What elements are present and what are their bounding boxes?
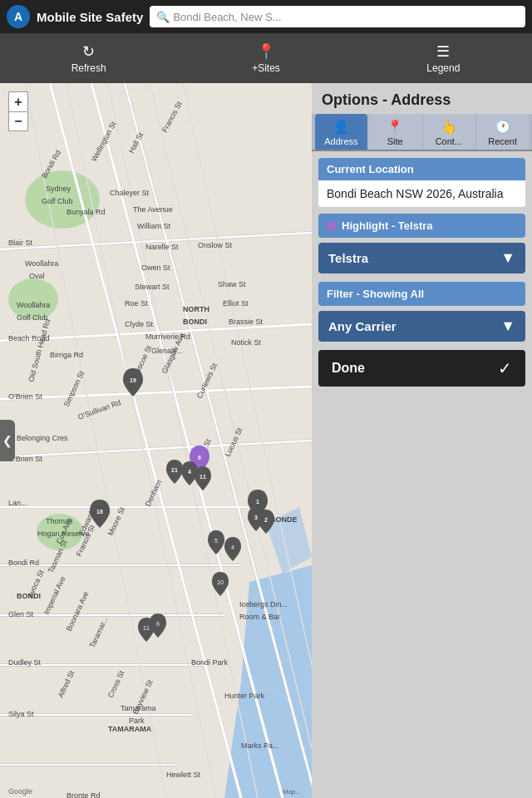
tab-recent[interactable]: 🕐 Recent [476, 114, 529, 150]
panel-title: Options - Address [312, 83, 532, 114]
site-tab-icon: 📍 [387, 119, 403, 135]
sites-icon: 📍 [257, 42, 275, 61]
current-location-value: Bondi Beach NSW 2026, Australia [318, 180, 525, 207]
sites-button[interactable]: 📍 +Sites [177, 33, 354, 83]
contact-tab-icon: 👆 [441, 119, 457, 135]
svg-text:Murriverie Rd: Murriverie Rd [145, 332, 190, 341]
svg-text:Bunyala Rd: Bunyala Rd [66, 208, 106, 216]
svg-text:Bronte Rd: Bronte Rd [66, 791, 101, 798]
svg-text:Woollahra: Woollahra [25, 259, 58, 268]
carrier-dropdown-arrow-icon: ▼ [500, 318, 515, 335]
map-area[interactable]: Bondi Rd Wellington St Hall St Francis S… [0, 83, 312, 798]
toolbar: ↻ Refresh 📍 +Sites ☰ Legend [0, 33, 532, 83]
svg-text:Narelle St: Narelle St [145, 243, 179, 251]
svg-text:Woollahra: Woollahra [17, 301, 50, 309]
search-icon: 🔍 [156, 11, 170, 23]
svg-text:2: 2 [264, 517, 268, 523]
tab-contact-label: Cont... [436, 136, 462, 146]
address-tab-icon: 👤 [332, 119, 349, 135]
svg-text:Bondi Park: Bondi Park [191, 658, 229, 667]
zoom-in-button[interactable]: + [8, 91, 28, 111]
svg-text:11: 11 [143, 625, 150, 631]
svg-text:BONDI: BONDI [183, 318, 207, 326]
svg-text:Silya St: Silya St [8, 710, 34, 718]
svg-text:11: 11 [200, 474, 206, 480]
svg-text:Glen St: Glen St [8, 610, 34, 618]
legend-label: Legend [426, 62, 460, 74]
svg-text:Golf Club: Golf Club [42, 197, 73, 205]
current-location-label: Current Location [318, 158, 525, 180]
svg-text:Bondi Rd: Bondi Rd [8, 559, 39, 567]
telstra-dropdown-arrow-icon: ▼ [500, 249, 515, 267]
telstra-dropdown[interactable]: Telstra ▼ [318, 243, 525, 273]
svg-text:19: 19 [130, 377, 136, 383]
done-button[interactable]: Done ✓ [318, 350, 525, 387]
svg-text:Lan...: Lan... [8, 499, 27, 507]
svg-text:4: 4 [231, 544, 234, 550]
svg-text:Stewart St: Stewart St [135, 283, 170, 291]
highlight-row: Highlight - Telstra [318, 214, 525, 238]
tab-contact[interactable]: 👆 Cont... [423, 114, 475, 150]
svg-text:O'Brien St: O'Brien St [8, 392, 42, 401]
search-text: Bondi Beach, New S... [173, 11, 281, 23]
svg-text:21: 21 [171, 467, 178, 473]
carrier-dropdown[interactable]: Any Carrier ▼ [318, 311, 525, 342]
refresh-label: Refresh [71, 62, 106, 74]
svg-text:Onslow St: Onslow St [198, 241, 233, 249]
svg-text:10: 10 [217, 579, 224, 585]
svg-text:Oval: Oval [29, 272, 45, 280]
chevron-left-icon: ❮ [2, 434, 12, 447]
svg-text:Dudley St: Dudley St [8, 658, 42, 667]
tab-bar: 👤 Address 📍 Site 👆 Cont... 🕐 Recent [312, 114, 532, 151]
carrier-dropdown-label: Any Carrier [328, 319, 397, 333]
done-check-icon: ✓ [498, 358, 512, 378]
refresh-icon: ↻ [82, 42, 95, 61]
tab-recent-label: Recent [488, 136, 517, 146]
tab-site-label: Site [387, 136, 403, 146]
telstra-dropdown-label: Telstra [328, 251, 368, 265]
sites-label: +Sites [252, 62, 280, 74]
app-title: Mobile Site Safety [37, 10, 143, 24]
svg-text:Google: Google [8, 787, 32, 796]
highlight-label: Highlight - Telstra [342, 219, 433, 232]
search-bar[interactable]: 🔍 Bondi Beach, New S... [150, 6, 525, 27]
svg-text:4: 4 [188, 469, 191, 475]
svg-text:Room & Bar: Room & Bar [239, 613, 280, 621]
svg-text:Clyde St: Clyde St [125, 320, 154, 328]
tab-site[interactable]: 📍 Site [369, 114, 421, 150]
refresh-button[interactable]: ↻ Refresh [0, 33, 177, 83]
tab-address[interactable]: 👤 Address [315, 114, 367, 150]
legend-button[interactable]: ☰ Legend [355, 33, 532, 83]
svg-text:William St: William St [137, 222, 170, 230]
svg-text:Marks Pa...: Marks Pa... [241, 741, 279, 750]
svg-text:6: 6 [198, 455, 201, 461]
done-label: Done [332, 361, 365, 376]
svg-text:3: 3 [254, 515, 258, 520]
svg-text:Elliot St: Elliot St [223, 299, 249, 308]
legend-icon: ☰ [436, 42, 450, 61]
main-content: Bondi Rd Wellington St Hall St Francis S… [0, 83, 532, 798]
svg-text:Glenaly...: Glenaly... [151, 347, 182, 355]
zoom-out-button[interactable]: − [8, 111, 28, 131]
panel-toggle-handle[interactable]: ❮ [0, 420, 15, 461]
svg-text:Park: Park [129, 717, 145, 725]
app-logo: A [7, 5, 30, 28]
svg-text:Icebergs Din...: Icebergs Din... [239, 600, 288, 608]
svg-text:TAMARAMA: TAMARAMA [108, 725, 152, 733]
svg-text:Notick St: Notick St [231, 338, 262, 347]
app-header: A Mobile Site Safety 🔍 Bondi Beach, New … [0, 0, 532, 33]
svg-text:18: 18 [96, 509, 103, 515]
tab-address-label: Address [324, 136, 357, 146]
svg-text:Brassie St: Brassie St [229, 318, 264, 326]
svg-text:Shaw St: Shaw St [218, 280, 246, 288]
svg-text:Hunter Park: Hunter Park [224, 692, 265, 700]
options-panel: Options - Address 👤 Address 📍 Site 👆 Con… [312, 83, 532, 798]
current-location-section: Current Location Bondi Beach NSW 2026, A… [318, 158, 525, 207]
zoom-controls: + − [8, 91, 28, 131]
svg-text:Blair St: Blair St [8, 239, 33, 247]
svg-text:5: 5 [214, 538, 218, 544]
svg-text:1: 1 [256, 499, 259, 505]
svg-text:Map...: Map... [283, 788, 301, 796]
svg-text:NORTH: NORTH [183, 305, 209, 313]
svg-text:Belonging Cres: Belonging Cres [17, 434, 68, 442]
